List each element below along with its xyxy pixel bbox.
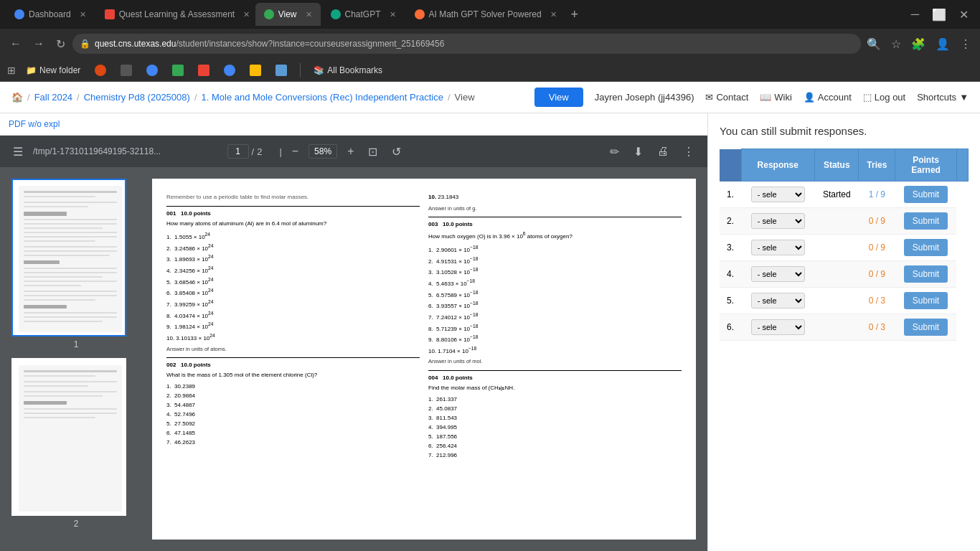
pdf-note-link[interactable]: PDF w/o expl	[9, 116, 699, 132]
pdf-main-view[interactable]: Remember to use a periodic table to find…	[152, 179, 696, 540]
pdf-toolbar: ☰ /tmp/1-17310119649195-32118... / 2 | −…	[0, 136, 707, 167]
tab-view[interactable]: View ✕	[255, 3, 321, 26]
submit-button-6[interactable]: Submit	[904, 319, 948, 336]
bookmark-2[interactable]	[142, 63, 162, 77]
row-response-5[interactable]: - sele 1 2 3	[741, 288, 815, 314]
response-select-3[interactable]: - sele 1 2 3	[751, 240, 805, 255]
browser-chrome: Dashboard ✕ Quest Learning & Assessment …	[0, 0, 980, 82]
bookmark-3[interactable]	[168, 63, 188, 77]
zoom-out-icon[interactable]: −	[288, 142, 303, 161]
window-close[interactable]: ✕	[953, 5, 974, 24]
home-icon[interactable]: 🏠	[11, 92, 23, 103]
row-num-3: 3.	[720, 235, 741, 261]
zoom-icon[interactable]: 🔍	[864, 34, 884, 54]
contact-link[interactable]: ✉ Contact	[705, 92, 748, 103]
bookmark-new-folder[interactable]: 📁 New folder	[22, 64, 85, 77]
row-submit-3[interactable]: Submit	[895, 235, 957, 261]
row-response-1[interactable]: - sele 1 2 3	[741, 182, 815, 208]
svg-rect-35	[24, 391, 117, 392]
address-bar[interactable]: 🔒 quest.cns.utexas.edu/student/instances…	[72, 34, 861, 54]
bookmarks-apps-icon[interactable]: ⊞	[7, 65, 16, 76]
bookmark-1[interactable]	[116, 63, 136, 77]
bookmark-5[interactable]	[220, 63, 240, 77]
back-button[interactable]: ←	[6, 34, 26, 53]
svg-rect-11	[24, 236, 117, 237]
submit-message: You can still submit responses.	[720, 125, 969, 137]
submit-button-1[interactable]: Submit	[904, 186, 948, 203]
submit-button-2[interactable]: Submit	[904, 212, 948, 230]
response-select-5[interactable]: - sele 1 2 3	[751, 293, 805, 309]
row-submit-6[interactable]: Submit	[895, 314, 957, 341]
submit-button-3[interactable]: Submit	[904, 239, 948, 256]
fit-page-icon[interactable]: ⊡	[364, 142, 382, 161]
table-row: 3. - sele 1 2 3 0 / 9 Submit	[720, 235, 969, 261]
user-name: Jayren Joseph (jj44396)	[595, 92, 694, 103]
more-options-icon[interactable]: ⋮	[679, 142, 699, 161]
row-submit-2[interactable]: Submit	[895, 208, 957, 235]
row-submit-5[interactable]: Submit	[895, 288, 957, 314]
tab-chatgpt[interactable]: ChatGPT ✕	[322, 3, 405, 26]
breadcrumb-chemistry[interactable]: Chemistry Pd8 (2025008)	[84, 92, 190, 103]
row-response-3[interactable]: - sele 1 2 3	[741, 235, 815, 261]
extensions-icon[interactable]: 🧩	[908, 34, 928, 54]
response-select-4[interactable]: - sele 1 2 3	[751, 266, 805, 282]
response-select-2[interactable]: - sele 1 2 3	[751, 213, 805, 229]
menu-icon[interactable]: ☰	[9, 142, 27, 161]
bookmark-7[interactable]	[271, 63, 291, 77]
bookmark-ubuntu[interactable]	[90, 63, 110, 77]
tab-aimath[interactable]: AI Math GPT Solver Powered ✕	[406, 3, 564, 26]
download-icon[interactable]: ⬇	[629, 142, 647, 161]
account-link[interactable]: 👤 Account	[804, 92, 852, 103]
tab-dashboard-close[interactable]: ✕	[80, 10, 86, 19]
pdf-panel: PDF w/o expl ☰ /tmp/1-17310119649195-321…	[0, 113, 707, 551]
print-icon[interactable]: 🖨	[653, 142, 673, 161]
tab-aimath-close[interactable]: ✕	[550, 10, 557, 19]
bookmark-icon[interactable]: ☆	[888, 34, 904, 54]
svg-rect-2	[24, 191, 117, 193]
submit-button-5[interactable]: Submit	[904, 292, 948, 309]
settings-icon[interactable]: ⋮	[957, 34, 974, 54]
zoom-in-icon[interactable]: +	[343, 142, 358, 161]
response-select-6[interactable]: - sele 1 2 3	[751, 319, 805, 335]
window-maximize[interactable]: ⬜	[926, 5, 952, 24]
forward-button[interactable]: →	[29, 34, 49, 53]
pdf-filename: /tmp/1-17310119649195-32118...	[33, 146, 222, 156]
row-submit-4[interactable]: Submit	[895, 261, 957, 288]
page-input[interactable]	[227, 144, 249, 159]
logout-link[interactable]: ⬚ Log out	[863, 92, 905, 103]
svg-rect-8	[24, 223, 117, 225]
tab-view-close[interactable]: ✕	[306, 10, 312, 19]
tab-dashboard[interactable]: Dashboard ✕	[6, 3, 95, 26]
svg-rect-22	[24, 291, 117, 292]
row-response-2[interactable]: - sele 1 2 3	[741, 208, 815, 235]
profile-icon[interactable]: 👤	[933, 34, 953, 54]
rotate-icon[interactable]: ↺	[387, 142, 405, 161]
folder-icon: 📁	[26, 65, 37, 75]
row-response-6[interactable]: - sele 1 2 3	[741, 314, 815, 341]
pencil-icon[interactable]: ✏	[606, 142, 623, 161]
reload-button[interactable]: ↻	[52, 34, 70, 54]
thumbnail-2[interactable]: 2	[11, 358, 141, 529]
new-tab-button[interactable]: +	[565, 4, 585, 25]
svg-rect-10	[24, 232, 117, 233]
row-submit-1[interactable]: Submit	[895, 182, 957, 208]
submit-button-4[interactable]: Submit	[904, 265, 948, 283]
bookmark-6[interactable]	[245, 63, 265, 77]
window-minimize[interactable]: ─	[905, 5, 925, 24]
wiki-link[interactable]: 📖 Wiki	[760, 92, 792, 103]
view-button[interactable]: View	[534, 88, 583, 107]
col-header-action	[956, 149, 968, 182]
shortcuts-link[interactable]: Shortcuts ▼	[917, 92, 969, 103]
breadcrumb-fall2024[interactable]: Fall 2024	[34, 92, 72, 103]
zoom-input[interactable]	[308, 144, 337, 159]
all-bookmarks[interactable]: 📚 All Bookmarks	[309, 64, 387, 77]
row-response-4[interactable]: - sele 1 2 3	[741, 261, 815, 288]
bookmark-4[interactable]	[194, 63, 214, 77]
response-select-1[interactable]: - sele 1 2 3	[751, 187, 805, 202]
breadcrumb-assignment[interactable]: 1. Mole and Mole Conversions (Rec) Indep…	[202, 92, 443, 103]
thumbnail-1[interactable]: 1	[11, 179, 141, 349]
tab-quest-close[interactable]: ✕	[243, 10, 250, 19]
row-num-6: 6.	[720, 314, 741, 341]
tab-quest[interactable]: Quest Learning & Assessment ✕	[96, 3, 254, 26]
tab-chatgpt-close[interactable]: ✕	[390, 10, 396, 19]
